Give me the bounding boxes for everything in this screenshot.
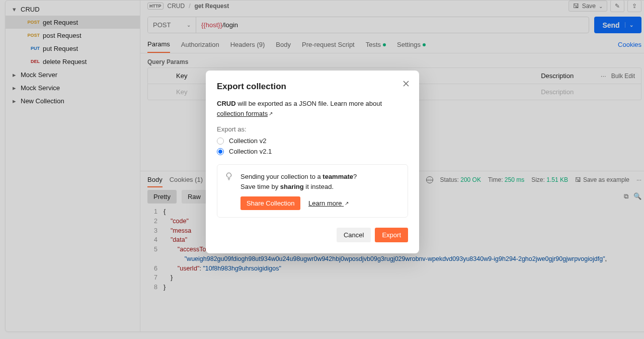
radio-icon (217, 138, 224, 145)
svg-point-0 (227, 173, 231, 177)
tip-text: Save time by (240, 183, 280, 190)
tip-text: it instead. (304, 183, 334, 190)
close-icon (403, 81, 409, 87)
radio-icon (217, 148, 224, 155)
lightbulb-icon (224, 172, 233, 182)
tip-line-2: Save time by sharing it instead. (240, 182, 400, 192)
radio-label: Collection v2 (229, 137, 266, 145)
radio-collection-v21[interactable]: Collection v2.1 (217, 148, 408, 155)
export-collection-modal: Export collection CRUD will be exported … (206, 71, 419, 253)
collection-name: CRUD (217, 100, 236, 107)
tip-bold: teammate (323, 173, 353, 180)
cancel-button[interactable]: Cancel (337, 228, 371, 242)
sharing-tip: Sending your collection to a teammate? S… (217, 164, 408, 218)
external-link-icon: ↗ (345, 200, 349, 206)
share-collection-button[interactable]: Share Collection (240, 196, 300, 210)
tip-text: ? (353, 173, 357, 180)
tip-text: Sending your collection to a (240, 173, 323, 180)
collection-formats-link[interactable]: collection formats (217, 110, 268, 117)
radio-label: Collection v2.1 (229, 148, 272, 155)
tip-line-1: Sending your collection to a teammate? (240, 172, 400, 182)
learn-more-text: Learn more (308, 199, 342, 207)
export-button[interactable]: Export (375, 228, 408, 242)
export-as-label: Export as: (217, 125, 408, 133)
radio-collection-v2[interactable]: Collection v2 (217, 137, 408, 145)
learn-more-link[interactable]: Learn more ↗ (308, 199, 349, 207)
tip-bold: sharing (280, 183, 304, 190)
modal-title: Export collection (217, 82, 408, 92)
close-button[interactable] (401, 79, 411, 89)
modal-description: CRUD will be exported as a JSON file. Le… (217, 99, 408, 118)
link-text: collection formats (217, 110, 268, 117)
modal-desc-text: will be exported as a JSON file. Learn m… (236, 100, 382, 107)
external-link-icon: ↗ (269, 110, 273, 117)
